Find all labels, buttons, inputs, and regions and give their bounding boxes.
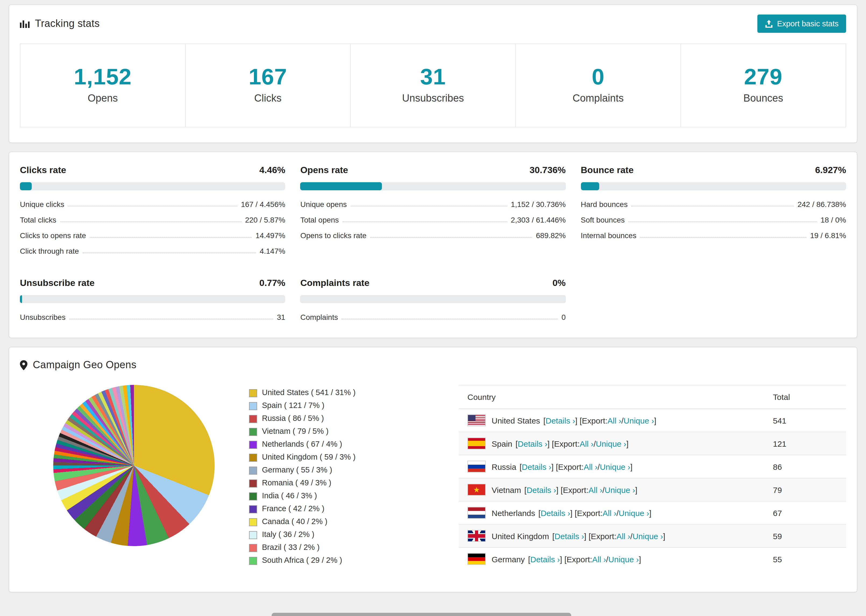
complaints-count: 0 <box>516 66 680 88</box>
export-all-link[interactable]: All › <box>616 531 630 541</box>
legend-label: Vietnam ( 79 / 5% ) <box>262 427 329 435</box>
clicks-stat-box: 167 Clicks <box>185 44 351 127</box>
complaints-label: Complaints <box>516 93 680 104</box>
details-link[interactable]: Details › <box>518 439 547 448</box>
details-link[interactable]: Details › <box>540 508 570 517</box>
export-all-link[interactable]: All › <box>592 555 606 564</box>
bounce-rate-panel: Bounce rate 6.927% Hard bounces242 / 86.… <box>581 165 846 255</box>
stat-value: 1,152 / 30.736% <box>511 200 565 209</box>
stat-label: Total opens <box>301 215 339 224</box>
country-total: 121 <box>764 432 846 455</box>
progress-fill <box>20 182 32 190</box>
export-unique-link[interactable]: Unique › <box>608 555 639 564</box>
export-unique-link[interactable]: Unique › <box>596 439 626 448</box>
stat-label: Hard bounces <box>581 200 627 209</box>
stat-row: Click through rate4.147% <box>20 247 285 255</box>
legend-swatch <box>249 557 257 565</box>
legend-item: Italy ( 36 / 2% ) <box>249 530 378 539</box>
stat-value: 2,303 / 61.446% <box>511 215 565 224</box>
export-basic-stats-button[interactable]: Export basic stats <box>757 14 846 33</box>
clicks-rate-value: 4.46% <box>259 165 285 176</box>
country-column-header: Country <box>459 385 764 409</box>
opens-rate-title: Opens rate <box>301 165 348 176</box>
stat-label: Unique opens <box>301 200 347 209</box>
clicks-rate-panel: Clicks rate 4.46% Unique clicks167 / 4.4… <box>20 165 285 255</box>
total-column-header: Total <box>764 385 846 409</box>
clicks-rate-title: Clicks rate <box>20 165 66 176</box>
export-all-link[interactable]: All › <box>589 485 602 494</box>
tracking-stats-card: Tracking stats Export basic stats 1,152 … <box>9 4 857 143</box>
dotted-leader <box>90 237 252 237</box>
legend-swatch <box>249 505 257 513</box>
legend-item: Canada ( 40 / 2% ) <box>249 517 378 526</box>
stat-row: Internal bounces19 / 6.81% <box>581 231 846 240</box>
dotted-leader <box>342 319 558 319</box>
stat-row: Hard bounces242 / 86.738% <box>581 200 846 209</box>
legend-label: South Africa ( 29 / 2% ) <box>262 556 342 564</box>
dotted-leader <box>631 206 794 206</box>
legend-item: India ( 46 / 3% ) <box>249 491 378 500</box>
unsubscribes-label: Unsubscribes <box>351 93 515 104</box>
horizontal-scrollbar-thumb[interactable] <box>272 613 571 616</box>
legend-label: France ( 42 / 2% ) <box>262 504 324 513</box>
legend-item: Russia ( 86 / 5% ) <box>249 414 378 423</box>
stat-row: Complaints0 <box>301 313 566 321</box>
dotted-leader <box>640 237 806 237</box>
legend-swatch <box>249 428 257 436</box>
stat-row: Unique opens1,152 / 30.736% <box>301 200 566 209</box>
export-all-link[interactable]: All › <box>608 416 622 425</box>
export-all-link[interactable]: All › <box>602 508 616 517</box>
legend-item: France ( 42 / 2% ) <box>249 504 378 513</box>
unsubscribes-stat-box: 31 Unsubscribes <box>350 44 516 127</box>
nl-flag-icon <box>468 507 486 519</box>
bounces-label: Bounces <box>681 93 846 104</box>
ru-flag-icon <box>468 460 486 473</box>
stat-value: 14.497% <box>255 231 285 240</box>
export-all-link[interactable]: All › <box>579 439 594 448</box>
stat-label: Internal bounces <box>581 231 636 240</box>
export-all-link[interactable]: All › <box>584 462 598 471</box>
details-link[interactable]: Details › <box>531 555 560 564</box>
unsubscribe-rate-value: 0.77% <box>259 278 285 289</box>
details-link[interactable]: Details › <box>554 531 584 541</box>
export-icon <box>765 20 773 28</box>
geo-card-title: Campaign Geo Opens <box>33 359 136 371</box>
dotted-leader <box>628 222 817 222</box>
geo-table-row: United States[Details ›] [Export: All › … <box>459 409 846 432</box>
dotted-leader <box>343 222 507 222</box>
country-name: Russia <box>491 462 516 471</box>
stat-value: 167 / 4.456% <box>241 200 285 209</box>
dotted-leader <box>68 206 237 206</box>
legend-item: Spain ( 121 / 7% ) <box>249 401 378 410</box>
geo-table: Country Total United States[Details ›] [… <box>459 385 846 570</box>
country-total: 67 <box>764 501 846 524</box>
geo-table-row: Vietnam[Details ›] [Export: All › / Uniq… <box>459 478 846 501</box>
export-unique-link[interactable]: Unique › <box>600 462 630 471</box>
legend-item: Romania ( 49 / 3% ) <box>249 478 378 487</box>
export-unique-link[interactable]: Unique › <box>605 485 635 494</box>
details-link[interactable]: Details › <box>545 416 575 425</box>
country-name: Netherlands <box>491 508 535 517</box>
country-name: Spain <box>491 439 512 448</box>
legend-label: Brazil ( 33 / 2% ) <box>262 543 320 552</box>
tracking-stats-header: Tracking stats Export basic stats <box>20 14 846 33</box>
stat-label: Click through rate <box>20 247 79 255</box>
export-unique-link[interactable]: Unique › <box>619 508 649 517</box>
bounces-stat-box: 279 Bounces <box>680 44 846 127</box>
de-flag-icon <box>468 553 486 565</box>
export-unique-link[interactable]: Unique › <box>633 531 663 541</box>
legend-item: United Kingdom ( 59 / 3% ) <box>249 453 378 462</box>
opens-count: 1,152 <box>20 66 185 88</box>
stat-value: 4.147% <box>260 247 285 255</box>
legend-label: India ( 46 / 3% ) <box>262 491 317 500</box>
export-unique-link[interactable]: Unique › <box>624 416 654 425</box>
details-link[interactable]: Details › <box>527 485 556 494</box>
geo-legend: United States ( 541 / 31% )Spain ( 121 /… <box>249 388 378 569</box>
legend-item: Germany ( 55 / 3% ) <box>249 465 378 475</box>
country-total: 86 <box>764 455 846 478</box>
us-flag-icon <box>468 415 486 426</box>
bounce-rate-value: 6.927% <box>815 165 846 176</box>
details-link[interactable]: Details › <box>522 462 551 471</box>
stat-label: Complaints <box>301 313 338 321</box>
dotted-leader <box>60 222 241 222</box>
